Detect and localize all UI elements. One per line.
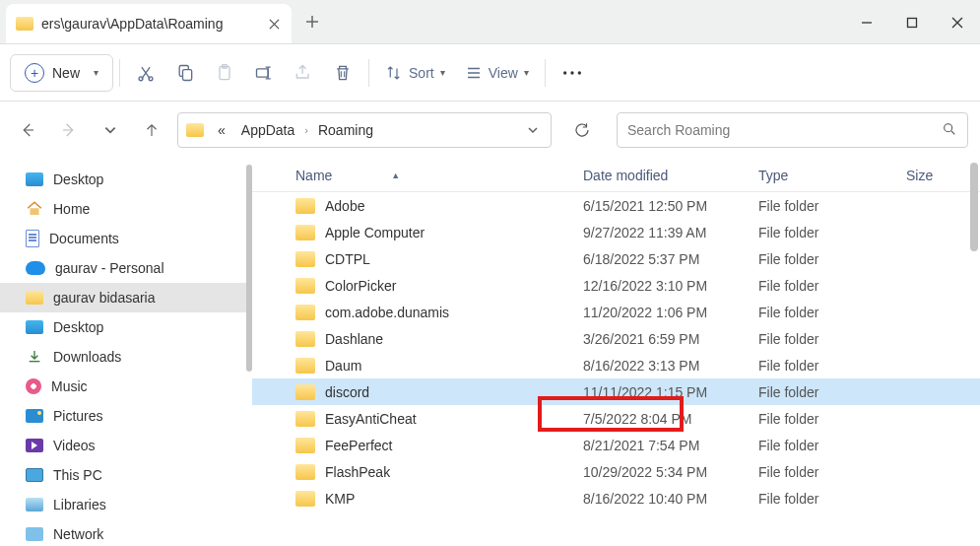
file-name: Daum <box>325 358 361 374</box>
view-button[interactable]: View ▾ <box>455 53 539 93</box>
nav-item-pictures[interactable]: Pictures <box>0 401 252 431</box>
close-tab-icon[interactable] <box>258 8 290 39</box>
file-type: File folder <box>749 331 896 347</box>
back-button[interactable] <box>12 114 43 146</box>
file-scrollbar[interactable] <box>970 163 978 251</box>
content-body: DesktopHomeDocumentsgaurav - Personalgau… <box>0 159 980 546</box>
desktop-icon <box>26 320 43 334</box>
nav-item-documents[interactable]: Documents <box>0 224 252 253</box>
delete-button[interactable] <box>323 53 362 93</box>
nav-item-videos[interactable]: Videos <box>0 431 252 460</box>
close-window-button[interactable] <box>935 0 980 44</box>
file-type: File folder <box>749 198 896 214</box>
nav-item-this-pc[interactable]: This PC <box>0 460 252 490</box>
nav-item-gaurav-personal[interactable]: gaurav - Personal <box>0 253 252 283</box>
nav-item-label: Downloads <box>53 349 121 365</box>
forward-button[interactable] <box>53 114 85 146</box>
nav-item-desktop[interactable]: Desktop <box>0 165 252 194</box>
folder-icon <box>295 198 315 214</box>
paste-button[interactable] <box>205 53 244 93</box>
rename-button[interactable] <box>244 53 284 93</box>
recent-locations-button[interactable] <box>95 114 126 146</box>
file-row[interactable]: Dashlane3/26/2021 6:59 PMFile folder <box>252 325 980 352</box>
cloud-icon <box>26 261 45 275</box>
refresh-button[interactable] <box>565 113 599 147</box>
separator <box>545 59 546 87</box>
col-date[interactable]: Date modified <box>573 168 749 183</box>
file-row[interactable]: FlashPeak10/29/2022 5:34 PMFile folder <box>252 458 980 485</box>
file-row[interactable]: FeePerfect8/21/2021 7:54 PMFile folder <box>252 432 980 458</box>
nav-item-libraries[interactable]: Libraries <box>0 490 252 519</box>
chevron-right-icon[interactable]: › <box>304 124 308 136</box>
nav-item-gaurav-bidasaria[interactable]: gaurav bidasaria <box>0 283 252 312</box>
tab-title: ers\gaurav\AppData\Roaming <box>41 16 258 32</box>
file-type: File folder <box>749 384 896 400</box>
search-box[interactable] <box>617 112 968 148</box>
up-button[interactable] <box>136 114 167 146</box>
navigation-pane[interactable]: DesktopHomeDocumentsgaurav - Personalgau… <box>0 159 252 546</box>
new-button[interactable]: + New ▾ <box>10 54 113 92</box>
separator <box>368 59 369 87</box>
rename-icon <box>254 63 274 83</box>
svg-rect-12 <box>31 208 39 215</box>
separator <box>119 59 120 87</box>
file-type: File folder <box>749 358 896 374</box>
file-list-pane[interactable]: Name▲ Date modified Type Size Adobe6/15/… <box>252 159 980 546</box>
file-type: File folder <box>749 491 896 507</box>
column-headers: Name▲ Date modified Type Size <box>252 159 980 192</box>
folder-icon <box>186 123 204 137</box>
cut-button[interactable] <box>126 53 165 93</box>
file-row[interactable]: ColorPicker12/16/2022 3:10 PMFile folder <box>252 272 980 299</box>
breadcrumb-seg[interactable]: Roaming <box>312 122 379 138</box>
folder-icon <box>295 278 315 294</box>
file-row[interactable]: Apple Computer9/27/2022 11:39 AMFile fol… <box>252 219 980 245</box>
maximize-button[interactable] <box>889 0 935 44</box>
file-row[interactable]: KMP8/16/2022 10:40 PMFile folder <box>252 485 980 512</box>
nav-item-home[interactable]: Home <box>0 194 252 224</box>
svg-point-11 <box>945 123 952 131</box>
breadcrumb-prefix[interactable]: « <box>212 122 231 138</box>
copy-button[interactable] <box>165 53 205 93</box>
file-date: 3/26/2021 6:59 PM <box>573 331 749 347</box>
file-name: Dashlane <box>325 331 383 347</box>
file-name: Apple Computer <box>325 225 425 240</box>
file-name: ColorPicker <box>325 278 396 294</box>
nav-item-music[interactable]: Music <box>0 372 252 401</box>
search-input[interactable] <box>627 122 942 138</box>
col-type[interactable]: Type <box>749 168 896 183</box>
file-date: 6/18/2022 5:37 PM <box>573 251 749 267</box>
nav-item-desktop[interactable]: Desktop <box>0 312 252 342</box>
file-row[interactable]: EasyAntiCheat7/5/2022 8:04 PMFile folder <box>252 405 980 432</box>
plus-circle-icon: + <box>25 63 44 83</box>
new-tab-button[interactable] <box>295 5 329 38</box>
file-row[interactable]: discord11/11/2022 1:15 PMFile folder <box>252 378 980 405</box>
file-name: discord <box>325 384 369 400</box>
nav-item-network[interactable]: Network <box>0 519 252 546</box>
col-name[interactable]: Name▲ <box>252 168 573 183</box>
vid-icon <box>26 439 43 452</box>
address-bar[interactable]: « AppData › Roaming <box>177 112 552 148</box>
sort-button[interactable]: Sort ▾ <box>375 53 455 93</box>
more-button[interactable] <box>552 53 593 93</box>
col-size[interactable]: Size <box>896 168 980 183</box>
file-row[interactable]: Daum8/16/2022 3:13 PMFile folder <box>252 352 980 378</box>
breadcrumb-seg[interactable]: AppData <box>235 122 300 138</box>
nav-item-downloads[interactable]: Downloads <box>0 342 252 372</box>
file-row[interactable]: Adobe6/15/2021 12:50 PMFile folder <box>252 192 980 219</box>
minimize-button[interactable] <box>844 0 889 44</box>
address-dropdown[interactable] <box>519 114 547 146</box>
file-date: 8/16/2022 10:40 PM <box>573 491 749 507</box>
folder-icon <box>295 305 315 320</box>
svg-rect-0 <box>908 18 917 27</box>
file-row[interactable]: com.adobe.dunamis11/20/2022 1:06 PMFile … <box>252 299 980 325</box>
file-name: CDTPL <box>325 251 370 267</box>
search-icon[interactable] <box>942 121 957 140</box>
nav-item-label: Music <box>51 378 88 394</box>
window-tab[interactable]: ers\gaurav\AppData\Roaming <box>6 4 292 43</box>
share-button[interactable] <box>284 53 323 93</box>
nav-item-label: Videos <box>53 438 96 453</box>
sort-label: Sort <box>409 65 434 81</box>
file-type: File folder <box>749 278 896 294</box>
nav-item-label: Network <box>53 526 103 542</box>
file-row[interactable]: CDTPL6/18/2022 5:37 PMFile folder <box>252 245 980 272</box>
